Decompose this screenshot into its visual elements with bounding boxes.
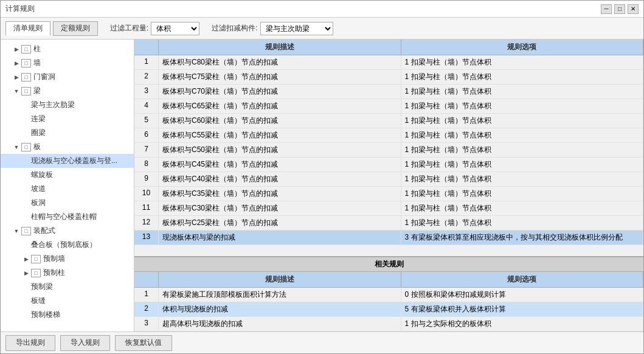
toolbar: 清单规则 定额规则 过滤工程量: 体积 过滤扣减构件: 梁与主次助梁 <box>1 18 643 40</box>
tree-label-zhuma: 柱帽与空心楼盖柱帽 <box>31 212 97 222</box>
rules-cell-desc: 板体积与C45梁柱（墙）节点的扣减 <box>159 158 401 172</box>
restore-defaults-button[interactable]: 恢复默认值 <box>115 335 172 351</box>
rules-cell-num: 8 <box>134 158 159 172</box>
rules-table-row[interactable]: 13 现浇板体积与梁的扣减 3 有梁板梁体积算至相应现浇板中，按与其相交现浇板体… <box>134 231 643 245</box>
tree-item-cast-slab[interactable]: 现浇板与空心楼盖板与登... <box>1 154 134 168</box>
rules-cell-desc: 板体积与C60梁柱（墙）节点的扣减 <box>159 114 401 128</box>
tree-arrow-cast-slab <box>23 158 30 165</box>
rules-table-row[interactable]: 9 板体积与C40梁柱（墙）节点的扣减 1 扣梁与柱（墙）节点体积 <box>134 172 643 187</box>
tree-label-prefab-col: 预制柱 <box>43 268 65 278</box>
minimize-button[interactable]: ─ <box>601 4 612 14</box>
folder-icon-slab: □ <box>21 143 31 151</box>
related-cell-options: 0 按照板和梁体积扣减规则计算 <box>401 288 644 302</box>
tree-item-slab[interactable]: □ 板 <box>1 140 134 154</box>
tree-arrow-composite-slab <box>23 241 30 249</box>
tree-item-zhuma[interactable]: 柱帽与空心楼盖柱帽 <box>1 210 134 224</box>
tree-label-wall: 墙 <box>33 58 41 68</box>
filter-deduction-select[interactable]: 梁与主次助梁 <box>260 22 333 35</box>
rules-table-row[interactable]: 5 板体积与C60梁柱（墙）节点的扣减 1 扣梁与柱（墙）节点体积 <box>134 114 643 128</box>
tree-item-quan-liang[interactable]: 圈梁 <box>1 126 134 140</box>
related-cell-options: 1 扣与之实际相交的板体积 <box>401 317 644 331</box>
rules-cell-desc: 板体积与C65梁柱（墙）节点的扣减 <box>159 99 401 113</box>
main-content: □ 柱 □ 墙 □ 门窗洞 □ 梁 梁与主次肋 <box>1 40 643 331</box>
rules-cell-desc: 板体积与C50梁柱（墙）节点的扣减 <box>159 143 401 157</box>
rules-cell-options: 1 扣梁与柱（墙）节点体积 <box>401 143 644 157</box>
tree-arrow-column <box>13 46 20 53</box>
tree-label-podao: 坡道 <box>31 184 46 194</box>
tree-item-column[interactable]: □ 柱 <box>1 42 134 56</box>
tree-item-door[interactable]: □ 门窗洞 <box>1 70 134 84</box>
rules-table-row[interactable]: 10 板体积与C35梁柱（墙）节点的扣减 1 扣梁与柱（墙）节点体积 <box>134 187 643 201</box>
tree-item-seam[interactable]: 板缝 <box>1 294 134 308</box>
rules-table-row[interactable]: 11 板体积与C30梁柱（墙）节点的扣减 1 扣梁与柱（墙）节点体积 <box>134 201 643 216</box>
related-col-desc: 规则描述 <box>159 272 401 287</box>
folder-icon-door: □ <box>21 73 31 82</box>
folder-icon-wall: □ <box>21 59 31 68</box>
left-tree-panel: □ 柱 □ 墙 □ 门窗洞 □ 梁 梁与主次肋 <box>1 40 134 331</box>
related-table-row[interactable]: 1 有梁板梁施工段顶部模板面积计算方法 0 按照板和梁体积扣减规则计算 <box>134 288 643 302</box>
rules-cell-options: 1 扣梁与柱（墙）节点体积 <box>401 99 644 113</box>
tree-label-slab-hole: 板洞 <box>31 198 46 208</box>
related-cell-desc: 体积与现浇板的扣减 <box>159 302 401 316</box>
rules-table-row[interactable]: 1 板体积与C80梁柱（墙）节点的扣减 1 扣梁与柱（墙）节点体积 <box>134 55 643 70</box>
rules-cell-num: 11 <box>134 201 159 215</box>
tree-item-prefab-stair[interactable]: 预制楼梯 <box>1 308 134 322</box>
tree-item-composite-slab[interactable]: 叠合板（预制底板） <box>1 238 134 252</box>
rules-table-row[interactable]: 3 板体积与C70梁柱（墙）节点的扣减 1 扣梁与柱（墙）节点体积 <box>134 85 643 99</box>
tree-arrow-spiral-slab <box>23 172 30 179</box>
tree-item-slab-hole[interactable]: 板洞 <box>1 196 134 210</box>
rules-cell-options: 3 有梁板梁体积算至相应现浇板中，按与其相交现浇板体积比例分配 <box>401 231 644 245</box>
tab-qingdan[interactable]: 清单规则 <box>5 21 50 36</box>
rules-table-section: 规则描述 规则选项 1 板体积与C80梁柱（墙）节点的扣减 1 扣梁与柱（墙）节… <box>134 40 643 256</box>
tree-item-wall[interactable]: □ 墙 <box>1 56 134 70</box>
rules-cell-desc: 板体积与C70梁柱（墙）节点的扣减 <box>159 85 401 99</box>
tree-label-beam: 梁 <box>33 86 41 96</box>
rules-col-options: 规则选项 <box>401 40 644 55</box>
maximize-button[interactable]: □ <box>614 4 625 14</box>
rules-col-num <box>134 40 159 55</box>
tree-arrow-quan-liang <box>23 130 30 137</box>
tree-item-lian-liang[interactable]: 连梁 <box>1 112 134 126</box>
related-cell-num: 2 <box>134 302 159 316</box>
tree-item-prefab-beam[interactable]: 预制梁 <box>1 280 134 294</box>
folder-icon-prefab-col: □ <box>31 269 41 277</box>
related-table-row[interactable]: 3 超高体积与现浇板的扣减 1 扣与之实际相交的板体积 <box>134 317 643 331</box>
related-cell-options: 5 有梁板梁体积并入板体积计算 <box>401 302 644 316</box>
tree-label-seam: 板缝 <box>31 296 46 306</box>
rules-cell-num: 1 <box>134 55 159 69</box>
folder-icon-column: □ <box>21 45 31 54</box>
tree-item-spiral-slab[interactable]: 螺旋板 <box>1 168 134 182</box>
tab-dinge[interactable]: 定额规则 <box>53 21 98 36</box>
tree-item-beam[interactable]: □ 梁 <box>1 84 134 98</box>
rules-cell-num: 4 <box>134 99 159 113</box>
close-button[interactable]: ✕ <box>628 4 639 14</box>
tree-label-spiral-slab: 螺旋板 <box>31 170 53 180</box>
rules-table-row[interactable]: 7 板体积与C50梁柱（墙）节点的扣减 1 扣梁与柱（墙）节点体积 <box>134 143 643 158</box>
import-rules-button[interactable]: 导入规则 <box>60 335 110 351</box>
tree-arrow-prefab-beam <box>23 283 30 291</box>
tree-label-prefab-wall: 预制墙 <box>43 254 65 264</box>
rules-table-row[interactable]: 12 板体积与C25梁柱（墙）节点的扣减 1 扣梁与柱（墙）节点体积 <box>134 216 643 231</box>
tree-label-prefab-beam: 预制梁 <box>31 282 53 292</box>
rules-table-row[interactable]: 4 板体积与C65梁柱（墙）节点的扣减 1 扣梁与柱（墙）节点体积 <box>134 99 643 114</box>
rules-cell-desc: 板体积与C40梁柱（墙）节点的扣减 <box>159 172 401 186</box>
tree-item-podao[interactable]: 坡道 <box>1 182 134 196</box>
related-table-row[interactable]: 2 体积与现浇板的扣减 5 有梁板梁体积并入板体积计算 <box>134 302 643 317</box>
tree-item-prefab[interactable]: □ 装配式 <box>1 224 134 238</box>
rules-cell-options: 1 扣梁与柱（墙）节点体积 <box>401 201 644 215</box>
tree-arrow-slab-hole <box>23 200 30 207</box>
tree-item-prefab-wall[interactable]: □ 预制墙 <box>1 252 134 266</box>
rules-cell-options: 1 扣梁与柱（墙）节点体积 <box>401 158 644 172</box>
rules-col-desc: 规则描述 <box>159 40 401 55</box>
folder-icon-beam: □ <box>21 87 31 95</box>
related-col-options: 规则选项 <box>401 272 644 287</box>
export-rules-button[interactable]: 导出规则 <box>5 335 55 351</box>
rules-table-row[interactable]: 2 板体积与C75梁柱（墙）节点的扣减 1 扣梁与柱（墙）节点体积 <box>134 70 643 85</box>
rules-table-row[interactable]: 6 板体积与C55梁柱（墙）节点的扣减 1 扣梁与柱（墙）节点体积 <box>134 128 643 143</box>
rules-cell-num: 9 <box>134 172 159 186</box>
tree-item-beam-main[interactable]: 梁与主次肋梁 <box>1 98 134 112</box>
rules-table-row[interactable]: 8 板体积与C45梁柱（墙）节点的扣减 1 扣梁与柱（墙）节点体积 <box>134 158 643 172</box>
window-title: 计算规则 <box>5 4 35 14</box>
filter-quantity-select[interactable]: 体积 <box>151 22 199 35</box>
tree-item-prefab-col[interactable]: □ 预制柱 <box>1 266 134 280</box>
